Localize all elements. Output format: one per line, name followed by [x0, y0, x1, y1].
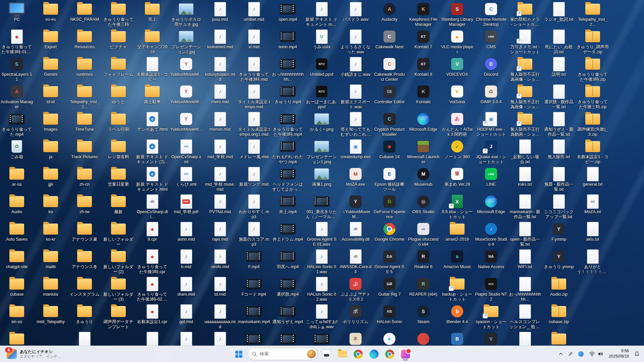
desktop-icon[interactable]: ↗無人販売不正行為画像 - ショートカツ... — [509, 57, 541, 82]
desktop-icon[interactable]: SSteinberg Library Manager — [441, 2, 473, 27]
desktop-icon[interactable]: ↗無人販売不正行為動画 - ショートカット — [509, 112, 541, 137]
desktop-icon[interactable]: PDFmid_学校.pdf — [170, 194, 202, 215]
desktop-icon[interactable]: B — [441, 332, 473, 347]
desktop-icon[interactable]: きゅうり — [68, 304, 101, 324]
desktop-icon[interactable]: e新規 テキスト ドキュメント.html — [136, 167, 168, 192]
desktop-icon[interactable]: ♪Groove Agent SE 01.wav — [306, 222, 338, 247]
desktop-icon[interactable]: ▣createdump.exe — [339, 139, 372, 160]
desktop-icon[interactable]: airset2-2019 — [441, 222, 473, 242]
desktop-icon[interactable]: ♪タイトル未設定.tempo.mid — [238, 84, 270, 110]
desktop-icon[interactable]: YF.ymmp — [543, 222, 575, 242]
desktop-icon[interactable]: 売上 — [136, 2, 168, 22]
desktop-icon[interactable]: ♪よりうるさくなった.wav — [339, 29, 372, 55]
desktop-icon[interactable]: ♪sirofo.mid — [204, 249, 236, 269]
desktop-icon[interactable]: ♪uaaaaaaaaaa.mid — [204, 304, 236, 329]
desktop-icon[interactable]: きゅうり食ってた午後3時.mp4 — [272, 112, 304, 137]
desktop-icon[interactable]: Minecraft Launcher — [407, 139, 439, 165]
desktop-icon[interactable]: NANative Access — [475, 249, 507, 269]
desktop-icon[interactable]: </>くらび.xml — [170, 167, 202, 187]
desktop-icon[interactable]: 新しいフォルダー (2) — [102, 249, 135, 275]
desktop-icon[interactable]: J↗JQuake.exe - ショートカット — [475, 139, 507, 165]
desktop-icon[interactable]: HSHALion Sonic — [373, 304, 406, 324]
desktop-icon[interactable]: ♪umibet.mid — [238, 2, 270, 22]
desktop-icon[interactable]: en-us — [1, 304, 33, 324]
desktop-icon[interactable]: RReaktor 6 — [407, 249, 439, 269]
desktop-icon[interactable]: ♪meroin.mid — [204, 112, 236, 132]
task-view-button[interactable] — [320, 347, 333, 361]
desktop-icon[interactable]: 最新 — [102, 194, 135, 215]
desktop-icon[interactable]: LINELINE — [475, 167, 507, 187]
desktop-icon[interactable]: GRGuitar Rig 7 — [373, 277, 406, 297]
desktop-icon[interactable]: 父子キャンプ2018 — [136, 29, 168, 55]
desktop-icon[interactable]: ♪mero.mid — [204, 84, 236, 105]
desktop-icon[interactable]: ♪mid_学校 muse.mid — [204, 167, 236, 192]
desktop-icon[interactable]: ♪HALion Sonic 02.wav — [306, 277, 338, 302]
desktop-icon[interactable]: e — [373, 332, 406, 347]
desktop-icon[interactable]: きゅうり食ってた.mp4 — [1, 112, 33, 137]
desktop-icon[interactable]: CChrome Remote Desktop — [475, 2, 507, 27]
desktop-icon[interactable]: ▲VLC media player — [441, 29, 473, 55]
desktop-icon[interactable]: Yきゅうり.ymmp — [543, 249, 575, 269]
desktop-icon[interactable]: Audio.zip — [543, 277, 575, 297]
desktop-icon[interactable]: きゅうり食ってた午後三時.zip — [577, 84, 609, 110]
desktop-icon[interactable]: KKeepforest File Manager — [407, 2, 439, 27]
desktop-icon[interactable]: おっhhhhhhhhhhhh... — [272, 57, 304, 82]
desktop-icon[interactable]: ♪mid_学校.mid — [204, 139, 236, 160]
desktop-icon[interactable]: かるく+.png — [306, 112, 338, 132]
desktop-icon[interactable]: ja — [35, 139, 67, 160]
desktop-icon[interactable]: ♪rajio.mid — [204, 222, 236, 242]
desktop-icon[interactable]: MMuseHub — [407, 167, 439, 187]
desktop-icon[interactable]: ニコニコバックアップ一覧.txt — [543, 194, 575, 220]
desktop-icon[interactable]: ラジオ_歌詞.txt — [543, 2, 575, 22]
desktop-icon[interactable]: e新規 テキスト ドキュメント (2).html — [136, 139, 168, 165]
desktop-icon[interactable]: ↗syasinn - ショートカット — [475, 304, 507, 329]
desktop-icon[interactable]: ♪dram.mid — [170, 277, 202, 297]
desktop-icon[interactable] — [238, 332, 270, 347]
desktop-icon[interactable]: 新しいフォルダー (3) — [102, 277, 135, 302]
desktop-icon[interactable]: TimeTune — [68, 112, 101, 132]
tray-expand-button[interactable] — [556, 348, 565, 360]
desktop-icon[interactable]: NT2Piapro Studio NT2 — [475, 277, 507, 302]
desktop-icon[interactable] — [543, 332, 575, 347]
desktop-icon[interactable]: ポポリリリズム — [339, 304, 372, 324]
desktop-icon[interactable] — [1, 332, 33, 347]
desktop-icon[interactable]: aAmazon Music — [441, 249, 473, 269]
desktop-icon[interactable]: Audio — [1, 194, 33, 215]
desktop-icon[interactable]: フォトフレーム — [102, 57, 135, 77]
desktop-icon[interactable]: 調声用データテンプレート — [102, 304, 135, 329]
desktop-icon[interactable]: SSteam — [407, 304, 439, 324]
desktop-icon[interactable]: 説明.txt — [543, 57, 575, 77]
clock-button[interactable]: 9:56 2025/09/19 — [606, 348, 631, 360]
desktop-icon[interactable]: ♪b.mid — [170, 249, 202, 269]
search-highlight-image[interactable] — [307, 350, 316, 358]
desktop-icon[interactable] — [509, 332, 541, 347]
desktop-icon[interactable]: Telepathy_Inst_2... — [577, 2, 609, 27]
desktop-icon[interactable]: ◆名称未設定1.cpr — [136, 304, 168, 324]
desktop-icon[interactable]: GGIMP 3.0.4 — [475, 84, 507, 105]
desktop-icon[interactable]: dllAWSSDK.Core.dll — [339, 249, 372, 275]
tray-cloud-button[interactable] — [576, 348, 586, 360]
desktop-icon[interactable]: PC — [1, 2, 33, 22]
desktop-icon[interactable]: NT2Untitled.ppsf — [306, 57, 338, 77]
desktop-icon[interactable]: Auto Saves — [1, 222, 33, 242]
desktop-icon[interactable]: malib — [35, 249, 67, 269]
desktop-icon[interactable]: open.mp4 — [272, 2, 304, 22]
desktop-icon[interactable]: プレゼンテーション1.jpg — [170, 29, 202, 55]
desktop-icon[interactable]: V — [475, 332, 507, 347]
desktop-icon[interactable]: アナウンス冬 — [68, 249, 101, 269]
desktop-icon[interactable]: ♪新規 テキスト ドキュメント.musicxml — [306, 2, 338, 27]
desktop-icon[interactable]: ♪xl.mid — [238, 29, 270, 50]
desktop-icon[interactable]: ♪小銭語まじ.wav — [339, 57, 372, 77]
desktop-icon[interactable]: ◎OBS Studio — [407, 194, 439, 215]
desktop-icon[interactable]: ♪MuseScore Studio 4 — [475, 222, 507, 247]
desktop-icon[interactable]: きゅうりポカロ用サムネ.jpg — [170, 2, 202, 27]
desktop-icon[interactable]: ▣↗HDDFMT.exe - ショートカット — [475, 112, 507, 137]
desktop-icon[interactable]: ♪kiokumed.mid — [204, 29, 236, 50]
desktop-icon[interactable]: ♪PVTNd.mid — [204, 194, 236, 215]
desktop-icon[interactable]: F.mp4 — [238, 249, 270, 269]
desktop-icon[interactable]: CCakewalk Next — [373, 29, 406, 50]
desktop-icon[interactable]: 井上.mp4 — [272, 194, 304, 215]
desktop-icon[interactable]: ぷぷよぷよ™テトリス® 2 — [339, 277, 372, 302]
desktop-icon[interactable]: MMoZA.exe — [339, 167, 372, 187]
desktop-icon[interactable]: GAGroove Agent SE 5 — [373, 249, 406, 275]
